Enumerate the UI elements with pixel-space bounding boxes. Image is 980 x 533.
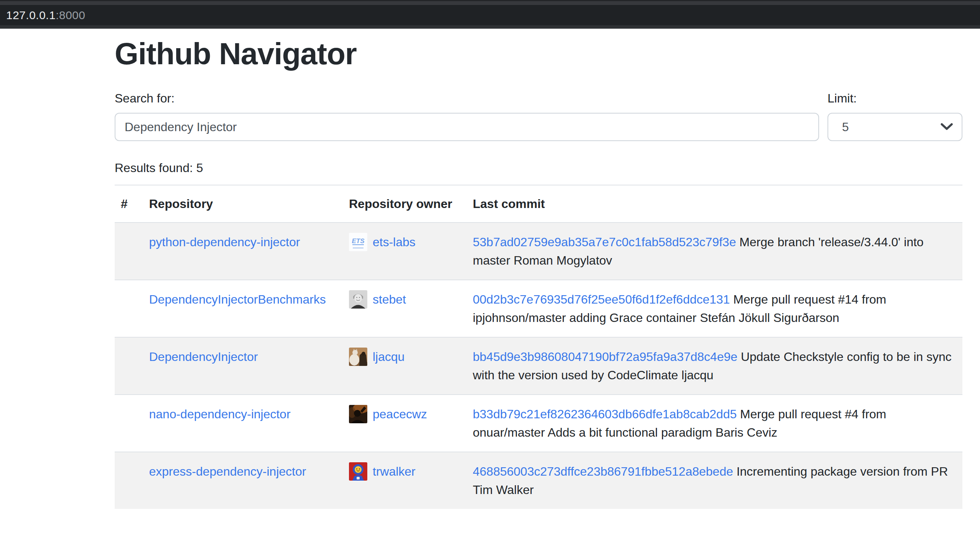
results-table: # Repository Repository owner Last commi…	[115, 185, 962, 509]
tab-strip	[0, 1, 980, 5]
url-port: :8000	[56, 9, 86, 22]
owner-link[interactable]: peacecwz	[373, 405, 427, 423]
toolbar-divider	[0, 25, 980, 29]
table-header-row: # Repository Repository owner Last commi…	[115, 185, 962, 223]
table-row: DependencyInjectorBenchmarks stebet	[115, 280, 962, 337]
table-row: python-dependency-injector ETS ets-labs …	[115, 223, 962, 280]
stebet-portrait-avatar	[349, 290, 367, 309]
repository-link[interactable]: DependencyInjectorBenchmarks	[149, 292, 326, 306]
limit-select[interactable]: 5	[827, 113, 962, 141]
commit-hash-link[interactable]: 53b7ad02759e9ab35a7e7c0c1fab58d523c79f3e	[473, 235, 736, 249]
repository-link[interactable]: python-dependency-injector	[149, 235, 300, 249]
column-header-last-commit: Last commit	[467, 185, 962, 223]
browser-chrome: 127.0.0.1:8000	[0, 0, 980, 29]
repository-link[interactable]: nano-dependency-injector	[149, 407, 290, 421]
owner-link[interactable]: ljacqu	[373, 348, 405, 366]
row-index	[115, 223, 143, 280]
column-header-repository: Repository	[143, 185, 343, 223]
commit-hash-link[interactable]: 468856003c273dffce23b86791fbbe512a8ebede	[473, 465, 733, 478]
row-index	[115, 395, 143, 452]
table-row: nano-dependency-injector peacecwz	[115, 395, 962, 452]
row-index	[115, 337, 143, 395]
commit-hash-link[interactable]: bb45d9e3b98608047190bf72a95fa9a37d8c4e9e	[473, 350, 737, 364]
search-form: Search for: Limit: 5	[115, 90, 962, 141]
repository-link[interactable]: DependencyInjector	[149, 350, 258, 364]
limit-label: Limit:	[827, 90, 962, 107]
owner-link[interactable]: ets-labs	[373, 233, 415, 251]
column-header-number: #	[115, 185, 143, 223]
owner-link[interactable]: stebet	[373, 290, 406, 309]
svg-text:ETS: ETS	[352, 237, 365, 245]
table-row: express-dependency-injector	[115, 452, 962, 509]
address-bar[interactable]: 127.0.0.1:8000	[0, 5, 980, 25]
search-input[interactable]	[115, 113, 819, 141]
ets-labs-logo-avatar: ETS	[349, 233, 367, 251]
peacecwz-portrait-avatar	[349, 405, 367, 423]
page-title: Github Navigator	[115, 36, 962, 72]
page-container: Github Navigator Search for: Limit: 5 Re…	[115, 36, 962, 509]
limit-field-group: Limit: 5	[827, 90, 962, 141]
results-count: Results found: 5	[115, 159, 962, 177]
ljacqu-cats-photo-avatar	[349, 348, 367, 366]
url-host: 127.0.0.1	[6, 9, 56, 22]
row-index	[115, 452, 143, 509]
search-field-group: Search for:	[115, 90, 819, 141]
commit-hash-link[interactable]: 00d2b3c7e76935d76f25ee50f6d1f2ef6ddce131	[473, 292, 730, 306]
row-index	[115, 280, 143, 337]
search-label: Search for:	[115, 90, 819, 107]
trwalker-lego-avatar	[349, 462, 367, 481]
table-row: DependencyInjector lja	[115, 337, 962, 395]
owner-link[interactable]: trwalker	[373, 462, 415, 481]
column-header-owner: Repository owner	[343, 185, 467, 223]
repository-link[interactable]: express-dependency-injector	[149, 465, 306, 478]
commit-hash-link[interactable]: b33db79c21ef8262364603db66dfe1ab8cab2dd5	[473, 407, 737, 421]
